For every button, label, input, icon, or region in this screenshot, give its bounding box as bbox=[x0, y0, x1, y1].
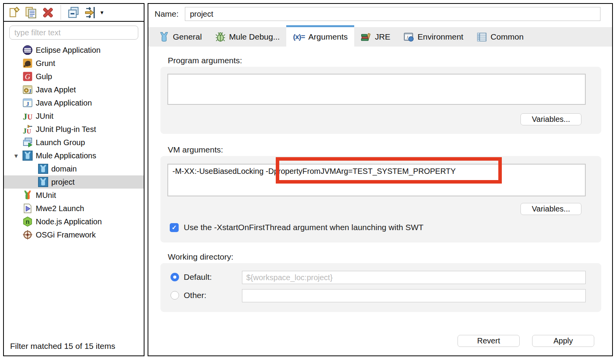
launch-group-icon bbox=[23, 137, 33, 147]
apply-button[interactable]: Apply bbox=[532, 335, 594, 347]
tree-item-junit[interactable]: JUnit bbox=[4, 109, 144, 123]
duplicate-config-icon[interactable] bbox=[25, 7, 37, 19]
swt-thread-checkbox-label: Use the -XstartOnFirstThread argument wh… bbox=[184, 223, 423, 232]
mule-icon bbox=[23, 151, 33, 161]
tree-item-domain[interactable]: domain bbox=[4, 162, 144, 175]
eclipse-icon bbox=[23, 45, 33, 55]
other-radio[interactable] bbox=[171, 291, 179, 300]
java-application-icon bbox=[23, 98, 33, 108]
gulp-icon bbox=[23, 71, 33, 81]
sidebar-toolbar: ▼ bbox=[4, 4, 144, 22]
tree-item-project[interactable]: project bbox=[4, 175, 144, 189]
tree-item-launch-group[interactable]: Launch Group bbox=[4, 136, 144, 149]
dropdown-caret-icon[interactable]: ▼ bbox=[99, 10, 104, 16]
environment-icon bbox=[404, 32, 414, 42]
mule-head-icon bbox=[159, 32, 169, 42]
tab-environment[interactable]: Environment bbox=[397, 27, 470, 47]
program-arguments-textarea[interactable] bbox=[167, 74, 586, 105]
swt-thread-checkbox[interactable]: ✓ bbox=[170, 223, 179, 232]
mule-icon bbox=[38, 177, 48, 187]
tree-item-eclipse-application[interactable]: Eclipse Application bbox=[4, 43, 144, 57]
vm-arguments-label: VM arguments: bbox=[168, 145, 223, 154]
tree-item-java-applet[interactable]: Java Applet bbox=[4, 83, 144, 96]
tree-item-nodejs-application[interactable]: Node.js Application bbox=[4, 215, 144, 228]
tree-item-java-application[interactable]: Java Application bbox=[4, 96, 144, 109]
name-input[interactable] bbox=[185, 7, 600, 21]
default-radio[interactable] bbox=[171, 273, 179, 281]
tree-item-munit[interactable]: MUnit bbox=[4, 189, 144, 202]
vm-arguments-group: -M-XX:-UseBiasedLocking -DpropertyFromJV… bbox=[160, 156, 601, 243]
program-variables-button[interactable]: Variables... bbox=[520, 113, 581, 125]
filter-launch-icon[interactable] bbox=[85, 7, 97, 19]
default-directory-input[interactable] bbox=[242, 271, 586, 284]
program-arguments-label: Program arguments: bbox=[168, 56, 242, 65]
tab-general[interactable]: General bbox=[152, 27, 209, 47]
expander-caret-icon[interactable]: ▼ bbox=[13, 153, 23, 159]
tree-item-osgi-framework[interactable]: OSGi Framework bbox=[4, 228, 144, 241]
working-directory-group: Default: Other: bbox=[160, 263, 601, 312]
tree-item-grunt[interactable]: Grunt bbox=[4, 57, 144, 70]
other-directory-input[interactable] bbox=[242, 289, 586, 302]
default-radio-label: Default: bbox=[184, 272, 212, 282]
config-detail-panel: Name: General Mule Debug... (x)= Argumen… bbox=[148, 3, 613, 356]
other-radio-label: Other: bbox=[184, 291, 206, 300]
tab-common[interactable]: Common bbox=[470, 27, 530, 47]
bug-icon bbox=[215, 32, 226, 42]
launch-configurations-dialog: ▼ Eclipse Application Grunt Gulp bbox=[0, 0, 616, 364]
configurations-sidebar: ▼ Eclipse Application Grunt Gulp bbox=[3, 3, 144, 356]
arguments-icon: (x)= bbox=[293, 33, 305, 41]
munit-icon bbox=[23, 190, 33, 200]
delete-config-icon[interactable] bbox=[42, 7, 54, 19]
tree-item-mwe2-launch[interactable]: Mwe2 Launch bbox=[4, 202, 144, 215]
filter-status-text: Filter matched 15 of 15 items bbox=[10, 341, 115, 351]
new-config-icon[interactable] bbox=[8, 7, 20, 19]
working-directory-label: Working directory: bbox=[168, 252, 233, 262]
vm-variables-button[interactable]: Variables... bbox=[520, 203, 581, 215]
name-label: Name: bbox=[155, 9, 179, 19]
junit-plugin-test-icon bbox=[23, 124, 33, 134]
tree-item-mule-applications[interactable]: ▼ Mule Applications bbox=[4, 149, 144, 162]
grunt-icon bbox=[23, 58, 33, 68]
tree-item-gulp[interactable]: Gulp bbox=[4, 70, 144, 83]
mule-icon bbox=[38, 164, 48, 174]
tab-mule-debug[interactable]: Mule Debug... bbox=[209, 27, 287, 47]
collapse-all-icon[interactable] bbox=[68, 7, 80, 19]
nodejs-icon bbox=[23, 217, 33, 227]
table-icon bbox=[477, 32, 487, 42]
tab-arguments[interactable]: (x)= Arguments bbox=[286, 25, 354, 47]
revert-button[interactable]: Revert bbox=[458, 335, 520, 347]
config-tabs: General Mule Debug... (x)= Arguments JRE… bbox=[148, 27, 612, 47]
filter-input[interactable] bbox=[9, 26, 138, 40]
books-icon bbox=[361, 32, 371, 42]
java-applet-icon bbox=[23, 85, 33, 95]
tree-item-junit-plugin-test[interactable]: JUnit Plug-in Test bbox=[4, 123, 144, 136]
tab-jre[interactable]: JRE bbox=[354, 27, 397, 47]
junit-icon bbox=[23, 111, 33, 121]
program-arguments-group: Variables... bbox=[160, 67, 601, 134]
mwe2-icon bbox=[23, 203, 33, 213]
vm-arguments-textarea[interactable]: -M-XX:-UseBiasedLocking -DpropertyFromJV… bbox=[167, 164, 586, 196]
config-tree: Eclipse Application Grunt Gulp Java Appl… bbox=[4, 43, 144, 241]
osgi-icon bbox=[23, 230, 33, 240]
toolbar-separator bbox=[61, 5, 61, 20]
